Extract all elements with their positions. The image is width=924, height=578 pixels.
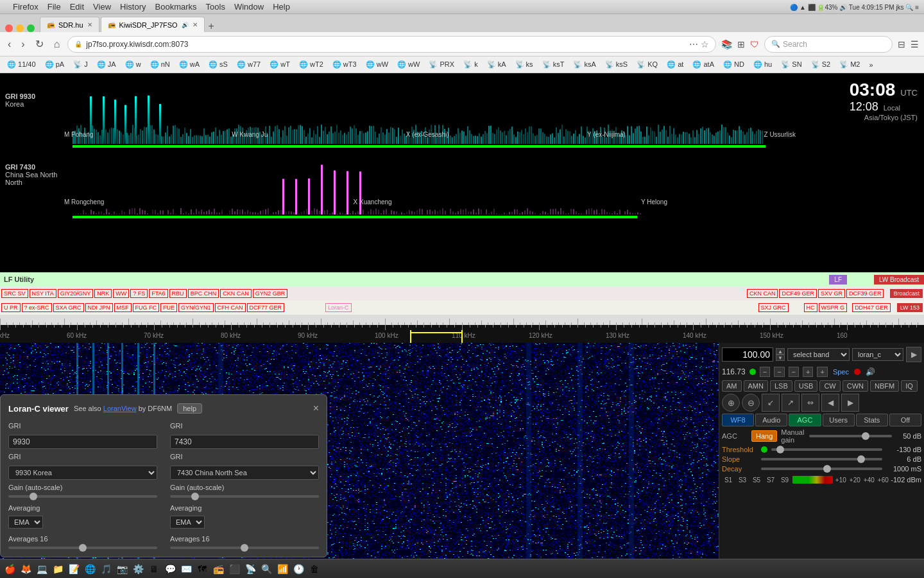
bookmark-1140[interactable]: 🌐 11/40 xyxy=(4,60,39,69)
menu-edit[interactable]: Edit xyxy=(70,2,84,12)
bookmark-w[interactable]: 🌐 w xyxy=(122,60,144,69)
tab-kiwisdr-close[interactable]: ✕ xyxy=(193,21,198,28)
loran-help-button[interactable]: help xyxy=(177,403,202,414)
back-button[interactable]: ‹ xyxy=(5,37,13,51)
tab-kiwisdr[interactable]: 📻 KiwiSDR_JP7FSO 🔊 ✕ xyxy=(101,17,205,32)
bookmark-j[interactable]: 📡 J xyxy=(70,60,91,69)
tag-bpcchn[interactable]: BPC CHN xyxy=(188,289,219,298)
tag-ddh47ger[interactable]: DDH47 GER xyxy=(852,303,891,312)
select-band-select[interactable]: select band xyxy=(787,348,850,361)
menu-window[interactable]: Window xyxy=(234,2,264,12)
tag-lw153[interactable]: LW 153 xyxy=(897,303,923,312)
bookmark-kst[interactable]: 📡 ksT xyxy=(539,60,568,69)
bookmark-ws[interactable]: 🌐 sS xyxy=(205,60,231,69)
freq-down-button[interactable]: ▼ xyxy=(776,355,785,361)
tag-dcf77ger[interactable]: DCF77 GER xyxy=(247,303,285,312)
bookmark-wt3[interactable]: 🌐 wT3 xyxy=(329,60,360,69)
mode-cw[interactable]: CW xyxy=(819,380,840,392)
more-bookmarks[interactable]: » xyxy=(866,60,876,69)
loran-close-button[interactable]: × xyxy=(313,403,319,414)
dock-notes[interactable]: 📝 xyxy=(67,562,81,576)
address-bar[interactable]: 🔒 jp7fso.proxy.kiwisdr.com:8073 ⋯ ☆ xyxy=(67,36,716,53)
bookmark-kss[interactable]: 📡 ksS xyxy=(602,60,631,69)
loran-c-select[interactable]: loran_c xyxy=(852,348,903,361)
expand-right-button[interactable]: ↗ xyxy=(782,394,800,412)
menu-view[interactable]: View xyxy=(93,2,111,12)
tag-fta6[interactable]: FTA6 xyxy=(149,289,167,298)
audio-volume-icon[interactable]: 🔊 xyxy=(866,367,875,376)
gain1-slider[interactable] xyxy=(8,495,157,498)
tag-msf[interactable]: MSF xyxy=(114,303,132,312)
frequency-input[interactable]: 100.00 xyxy=(722,347,773,362)
dock-maps[interactable]: 🗺 xyxy=(195,562,209,576)
contract-left-button[interactable]: ↙ xyxy=(762,394,780,412)
tag-ww[interactable]: WW xyxy=(113,289,129,298)
bookmark-ata[interactable]: 🌐 atA xyxy=(689,60,717,69)
bookmark-wt2[interactable]: 🌐 wT2 xyxy=(296,60,327,69)
bookmark-at[interactable]: 🌐 at xyxy=(663,60,687,69)
tag-gyn2gbr[interactable]: GYN2 GBR xyxy=(253,289,288,298)
dock-trash[interactable]: 🗑 xyxy=(307,562,321,576)
tag-dcf49ger[interactable]: DCF49 GER xyxy=(779,289,817,298)
prev-button[interactable]: ◀ xyxy=(821,394,839,412)
gain2-slider[interactable] xyxy=(170,495,319,498)
gri2-name-select[interactable]: 7430 China North Sea xyxy=(170,466,319,480)
shield-icon[interactable]: 🛡 xyxy=(750,39,759,49)
dock-apps[interactable]: ⬛ xyxy=(227,562,241,576)
menu-tools[interactable]: Tools xyxy=(206,2,225,12)
next-button[interactable]: ▶ xyxy=(841,394,859,412)
tab-sdrhu[interactable]: 📻 SDR.hu ✕ xyxy=(40,17,99,32)
zoom-in1-button[interactable]: + xyxy=(803,367,813,377)
func-audio[interactable]: Audio xyxy=(755,414,787,426)
home-button[interactable]: ⌂ xyxy=(51,37,63,51)
waterfall[interactable]: Loran-C viewer See also LoranView by DF6… xyxy=(0,343,719,559)
bookmark-manager-icon[interactable]: 📚 xyxy=(721,39,732,49)
tag-ndijpn[interactable]: NDI JPN xyxy=(85,303,113,312)
swap-button[interactable]: ⇔ xyxy=(801,394,819,412)
reader-view-icon[interactable]: ⊞ xyxy=(737,39,745,49)
mode-nbfm[interactable]: NBFM xyxy=(870,380,899,392)
bookmark-prx[interactable]: 📡 PRX xyxy=(425,60,458,69)
dock-browser[interactable]: 🌐 xyxy=(83,562,97,576)
forward-button[interactable]: › xyxy=(19,37,27,51)
tag-dcf39ger[interactable]: DCF39 GER xyxy=(846,289,884,298)
gri1-name-select[interactable]: 9930 Korea xyxy=(8,466,157,480)
dock-chat[interactable]: 💬 xyxy=(163,562,177,576)
mode-usb[interactable]: USB xyxy=(794,380,818,392)
mode-iq[interactable]: IQ xyxy=(901,380,918,392)
dock-camera[interactable]: 📷 xyxy=(115,562,129,576)
tag-ckncan1[interactable]: CKN CAN xyxy=(220,289,252,298)
search-box[interactable]: 🔍 Search xyxy=(764,36,893,53)
frequency-ruler[interactable] xyxy=(0,325,924,343)
manual-gain-slider[interactable] xyxy=(809,435,892,437)
mode-lsb[interactable]: LSB xyxy=(770,380,792,392)
bookmark-sn[interactable]: 📡 SN xyxy=(778,60,805,69)
tag-exsrc[interactable]: ? ex-SRC xyxy=(22,303,52,312)
func-users[interactable]: Users xyxy=(823,414,855,426)
tag-broadcast[interactable]: Broadcast xyxy=(890,289,923,298)
dock-clock[interactable]: 🕐 xyxy=(291,562,305,576)
tag-sxjgrc[interactable]: SXJ GRC xyxy=(758,303,789,312)
bookmark-wt[interactable]: 🌐 wT xyxy=(266,60,293,69)
tag-upr[interactable]: U PR xyxy=(1,303,21,312)
tag-sxagrc[interactable]: SXA GRC xyxy=(53,303,84,312)
tag-giy20gny[interactable]: GIY20/GNY xyxy=(58,289,94,298)
dock-terminal[interactable]: 🖥 xyxy=(147,562,161,576)
dock-firefox[interactable]: 🦊 xyxy=(19,562,33,576)
bookmark-ks[interactable]: 📡 ks xyxy=(512,60,536,69)
zoom-out2-button[interactable]: − xyxy=(774,367,784,377)
mode-cwn[interactable]: CWN xyxy=(843,380,868,392)
dock-sdr[interactable]: 📡 xyxy=(243,562,257,576)
refresh-button[interactable]: ↻ xyxy=(33,37,46,51)
bookmark-k[interactable]: 📡 k xyxy=(460,60,481,69)
bookmark-pa[interactable]: 🌐 pA xyxy=(42,60,68,69)
tab-sdrhu-close[interactable]: ✕ xyxy=(87,21,92,28)
loranview-link[interactable]: LoranView xyxy=(103,405,137,412)
tag-rbu[interactable]: RBU xyxy=(169,289,187,298)
bookmark-ww2[interactable]: 🌐 wW xyxy=(394,60,423,69)
bookmark-w77[interactable]: 🌐 w77 xyxy=(234,60,264,69)
bookmark-kq[interactable]: 📡 KQ xyxy=(633,60,661,69)
bookmark-nd[interactable]: 🌐 ND xyxy=(720,60,748,69)
zoom-in2-button[interactable]: + xyxy=(817,367,827,377)
func-stats[interactable]: Stats xyxy=(856,414,888,426)
